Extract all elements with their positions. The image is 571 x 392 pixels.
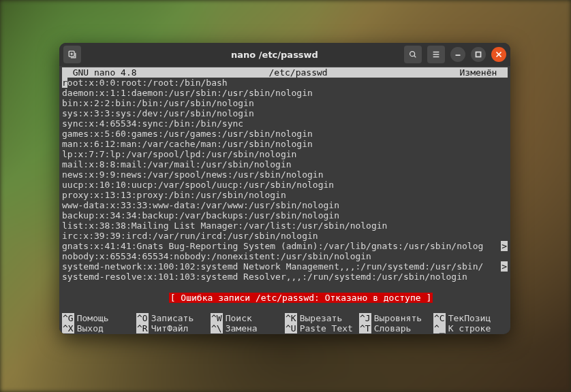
shortcut-label: Выход: [77, 323, 104, 333]
file-line: nobody:x:65534:65534:nobody:/nonexistent…: [62, 251, 508, 261]
shortcut-key: ^_: [433, 323, 446, 333]
minimize-icon: [453, 50, 463, 59]
file-line: systemd-resolve:x:101:103:systemd Resolv…: [62, 272, 508, 282]
file-line: gnats:x:41:41:Gnats Bug-Reporting System…: [62, 241, 508, 251]
nano-status-row: [ Ошибка записи /etc/passwd: Отказано в …: [62, 282, 508, 313]
nano-filename: /etc/passwd: [269, 67, 328, 78]
shortcut-item: ^KВырезать: [285, 313, 359, 323]
file-line: news:x:9:9:news:/var/spool/news:/usr/sbi…: [62, 169, 508, 180]
file-line: man:x:6:12:man:/var/cache/man:/usr/sbin/…: [62, 139, 508, 149]
file-line: daemon:x:1:1:daemon:/usr/sbin:/usr/sbin/…: [62, 88, 508, 98]
nano-modified: Изменён: [460, 67, 508, 78]
shortcut-label: Словарь: [374, 323, 412, 333]
shortcut-item: ^GПомощь: [62, 313, 136, 323]
cursor: r: [62, 78, 67, 88]
file-content: root:x:0:0:root:/root:/bin/bashdaemon:x:…: [62, 78, 508, 282]
shortcut-key: ^O: [136, 313, 149, 323]
terminal-window: nano /etc/passwd GNU nano 4.8 /etc/passw…: [59, 43, 510, 334]
file-line: mail:x:8:8:mail:/var/mail:/usr/sbin/nolo…: [62, 159, 508, 169]
line-overflow-indicator: >: [501, 261, 508, 272]
shortcut-label: Записать: [151, 313, 194, 323]
file-line: irc:x:39:39:ircd:/var/run/ircd:/usr/sbin…: [62, 231, 508, 241]
file-line: list:x:38:38:Mailing List Manager:/var/l…: [62, 220, 508, 231]
shortcut-label: Вырезать: [300, 313, 343, 323]
shortcut-item: ^WПоиск: [211, 313, 285, 323]
shortcut-label: Поиск: [226, 313, 252, 323]
shortcut-key: ^U: [285, 323, 297, 333]
shortcut-item: ^TСловарь: [359, 323, 433, 333]
file-line: sys:x:3:3:sys:/dev:/usr/sbin/nologin: [62, 108, 508, 118]
minimize-button[interactable]: [450, 47, 465, 62]
new-tab-button[interactable]: [63, 46, 81, 63]
search-icon: [408, 50, 418, 59]
shortcut-key: ^J: [359, 313, 371, 323]
terminal-body[interactable]: GNU nano 4.8 /etc/passwd Изменён root:x:…: [59, 66, 510, 334]
maximize-icon: [474, 50, 483, 59]
search-button[interactable]: [404, 46, 422, 63]
shortcut-label: Paste Text: [300, 323, 353, 333]
shortcut-key: ^R: [136, 323, 149, 333]
nano-error-message: [ Ошибка записи /etc/passwd: Отказано в …: [169, 293, 433, 303]
file-line: www-data:x:33:33:www-data:/var/www:/usr/…: [62, 200, 508, 210]
shortcut-label: К строке: [448, 323, 491, 333]
shortcut-item: ^RЧитФайл: [136, 323, 211, 333]
shortcut-key: ^K: [285, 313, 297, 323]
shortcut-label: Помощь: [77, 313, 109, 323]
window-titlebar[interactable]: nano /etc/passwd: [59, 43, 510, 66]
line-overflow-indicator: >: [501, 241, 508, 251]
shortcut-item: ^\Замена: [211, 323, 285, 333]
file-line: uucp:x:10:10:uucp:/var/spool/uucp:/usr/s…: [62, 180, 508, 190]
maximize-button[interactable]: [471, 47, 486, 62]
shortcut-label: Замена: [226, 323, 258, 333]
file-line: proxy:x:13:13:proxy:/bin:/usr/sbin/nolog…: [62, 190, 508, 200]
nano-shortcuts: ^GПомощь^OЗаписать^WПоиск^KВырезать^JВыр…: [62, 313, 508, 333]
shortcut-key: ^G: [62, 313, 74, 323]
nano-titlebar: GNU nano 4.8 /etc/passwd Изменён: [62, 67, 508, 78]
file-line: lp:x:7:7:lp:/var/spool/lpd:/usr/sbin/nol…: [62, 149, 508, 159]
window-title: nano /etc/passwd: [151, 50, 399, 60]
file-line: games:x:5:60:games:/usr/games:/usr/sbin/…: [62, 129, 508, 139]
shortcut-label: ЧитФайл: [151, 323, 189, 333]
close-button[interactable]: [491, 47, 506, 62]
shortcut-key: ^W: [211, 313, 223, 323]
shortcut-key: ^X: [62, 323, 74, 333]
shortcut-item: ^OЗаписать: [136, 313, 211, 323]
shortcut-item: ^CТекПозиц: [433, 313, 508, 323]
shortcut-key: ^T: [359, 323, 371, 333]
new-tab-icon: [67, 50, 77, 59]
svg-point-1: [410, 52, 415, 56]
shortcut-key: ^\: [211, 323, 223, 333]
file-line: sync:x:4:65534:sync:/bin:/bin/sync: [62, 118, 508, 129]
nano-version: GNU nano 4.8: [62, 67, 137, 78]
file-line: backup:x:34:34:backup:/var/backups:/usr/…: [62, 210, 508, 220]
shortcut-item: ^JВыровнять: [359, 313, 433, 323]
menu-button[interactable]: [427, 46, 445, 63]
shortcut-label: Выровнять: [374, 313, 422, 323]
shortcut-item: ^_К строке: [433, 323, 508, 333]
shortcut-label: ТекПозиц: [448, 313, 491, 323]
close-icon: [494, 50, 504, 59]
shortcut-item: ^UPaste Text: [285, 323, 359, 333]
svg-rect-2: [476, 52, 481, 57]
shortcut-key: ^C: [433, 313, 446, 323]
file-line: systemd-network:x:100:102:systemd Networ…: [62, 261, 508, 272]
hamburger-icon: [431, 50, 441, 59]
file-line: bin:x:2:2:bin:/bin:/usr/sbin/nologin: [62, 98, 508, 108]
file-line: root:x:0:0:root:/root:/bin/bash: [62, 78, 508, 88]
shortcut-item: ^XВыход: [62, 323, 136, 333]
